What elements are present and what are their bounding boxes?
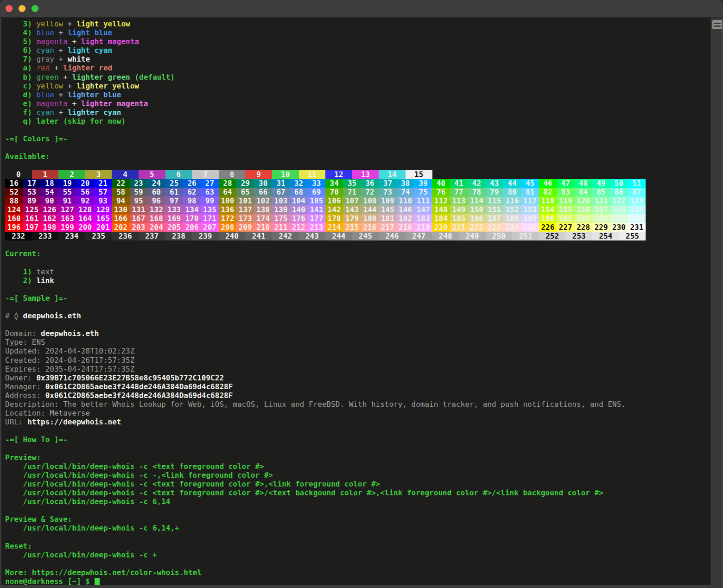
palette-cell-11: 11	[299, 170, 326, 179]
palette-cell-18: 18	[41, 179, 58, 188]
text-segment: (default)	[130, 73, 175, 82]
palette-cell-128: 128	[76, 205, 94, 214]
palette-cell-179: 179	[343, 214, 361, 223]
palette-cell-240: 240	[219, 232, 246, 240]
text-segment: lighter magenta	[81, 99, 148, 108]
palette-cell-62: 62	[183, 188, 201, 196]
palette-cell-151: 151	[486, 205, 503, 214]
palette-cell-50: 50	[610, 179, 628, 188]
palette-cell-147: 147	[414, 205, 432, 214]
palette-cell-5: 5	[139, 170, 165, 179]
palette-row-16: 1617181920212223242526272829303132333435…	[5, 179, 710, 188]
palette-cell-30: 30	[254, 179, 272, 188]
blank	[5, 285, 710, 294]
text-segment: gray	[36, 55, 54, 63]
palette-cell-154: 154	[539, 205, 557, 214]
palette-cell-239: 239	[192, 232, 219, 240]
menu-option-d: d) blue + lighter blue	[5, 90, 710, 99]
text-segment: 3)	[5, 19, 36, 28]
text-segment: +	[54, 108, 68, 117]
palette-row-124: 1241251261271281291301311321331341351361…	[5, 205, 710, 214]
text-segment: 0x061C2D865aebe3f2448de246A384Da69d4c682…	[45, 391, 233, 400]
palette-cell-97: 97	[165, 196, 183, 205]
palette-cell-85: 85	[592, 188, 610, 196]
whois-expires: Expires: 2035-04-24T17:57:35Z	[5, 365, 710, 373]
palette-cell-141: 141	[308, 205, 325, 214]
text-segment: /usr/local/bin/deep-whois -c -,<link for…	[5, 471, 273, 480]
palette-cell-58: 58	[112, 188, 129, 196]
text-segment: cyan	[36, 46, 54, 55]
text-segment: Current:	[5, 249, 41, 258]
palette-cell-131: 131	[130, 205, 147, 214]
palette-cell-246: 246	[379, 232, 406, 240]
palette-cell-47: 47	[557, 179, 574, 188]
palette-cell-254: 254	[592, 232, 619, 240]
text-segment: +	[68, 37, 81, 46]
palette-cell-56: 56	[76, 188, 94, 196]
current-item-text: 1) text	[5, 267, 710, 276]
hamburger-icon	[714, 23, 721, 24]
text-segment: -=[ Sample ]=-	[5, 294, 68, 303]
text-segment: 5)	[5, 37, 36, 46]
palette-cell-234: 234	[58, 232, 85, 240]
palette-cell-237: 237	[139, 232, 165, 240]
palette-cell-87: 87	[628, 188, 646, 196]
palette-cell-149: 149	[450, 205, 468, 214]
palette-cell-96: 96	[147, 196, 165, 205]
text-segment: +	[54, 28, 68, 37]
scrollback-menu-button[interactable]	[712, 20, 722, 29]
palette-cell-208: 208	[219, 223, 236, 232]
reset-command: /usr/local/bin/deep-whois -c +	[5, 550, 710, 559]
blank	[5, 143, 710, 152]
palette-cell-155: 155	[557, 205, 574, 214]
palette-cell-55: 55	[58, 188, 76, 196]
palette-cell-190: 190	[539, 214, 557, 223]
palette-cell-223: 223	[486, 223, 503, 232]
scrollbar-track[interactable]	[710, 18, 723, 588]
text-segment: lighter blue	[68, 90, 121, 99]
palette-cell-105: 105	[308, 196, 325, 205]
palette-cell-214: 214	[325, 223, 343, 232]
text-segment: blue	[36, 90, 54, 99]
close-button[interactable]	[6, 5, 13, 12]
palette-cell-176: 176	[290, 214, 307, 223]
palette-cell-21: 21	[94, 179, 112, 188]
palette-cell-187: 187	[486, 214, 503, 223]
palette-cell-182: 182	[397, 214, 414, 223]
minimize-button[interactable]	[19, 5, 25, 12]
text-segment: Created: 2024-04-26T17:57:35Z	[5, 356, 134, 365]
palette-row-232: 2322332342352362372382392402412422432442…	[5, 232, 710, 240]
palette-cell-51: 51	[628, 179, 646, 188]
palette-cell-122: 122	[610, 196, 628, 205]
text-segment: Reset:	[5, 542, 32, 550]
palette-cell-108: 108	[361, 196, 379, 205]
palette-cell-28: 28	[219, 179, 236, 188]
palette-cell-236: 236	[112, 232, 139, 240]
palette-cell-45: 45	[521, 179, 539, 188]
palette-cell-104: 104	[290, 196, 307, 205]
palette-cell-57: 57	[94, 188, 112, 196]
palette-cell-26: 26	[183, 179, 201, 188]
palette-cell-217: 217	[379, 223, 396, 232]
text-segment: Address:	[5, 391, 45, 400]
palette-cell-106: 106	[325, 196, 343, 205]
zoom-button[interactable]	[32, 5, 38, 12]
prompt[interactable]: none@darkness [~] $	[5, 577, 710, 586]
palette-cell-228: 228	[575, 223, 592, 232]
palette-cell-98: 98	[183, 196, 201, 205]
palette-cell-174: 174	[254, 214, 272, 223]
text-segment: -=[ How To ]=-	[5, 435, 68, 444]
text-segment: /usr/local/bin/deep-whois -c 6,14,+	[5, 524, 179, 532]
palette-cell-209: 209	[236, 223, 254, 232]
palette-cell-171: 171	[201, 214, 218, 223]
palette-cell-69: 69	[308, 188, 325, 196]
text-segment: yellow	[36, 82, 63, 90]
text-segment: Available:	[5, 152, 50, 161]
palette-cell-173: 173	[236, 214, 254, 223]
terminal-content[interactable]: 3) yellow + light yellow 4) blue + light…	[0, 18, 710, 588]
palette-cell-74: 74	[397, 188, 414, 196]
palette-cell-92: 92	[76, 196, 94, 205]
text-segment: 2)	[5, 276, 36, 285]
titlebar[interactable]	[0, 0, 723, 18]
palette-cell-79: 79	[486, 188, 503, 196]
